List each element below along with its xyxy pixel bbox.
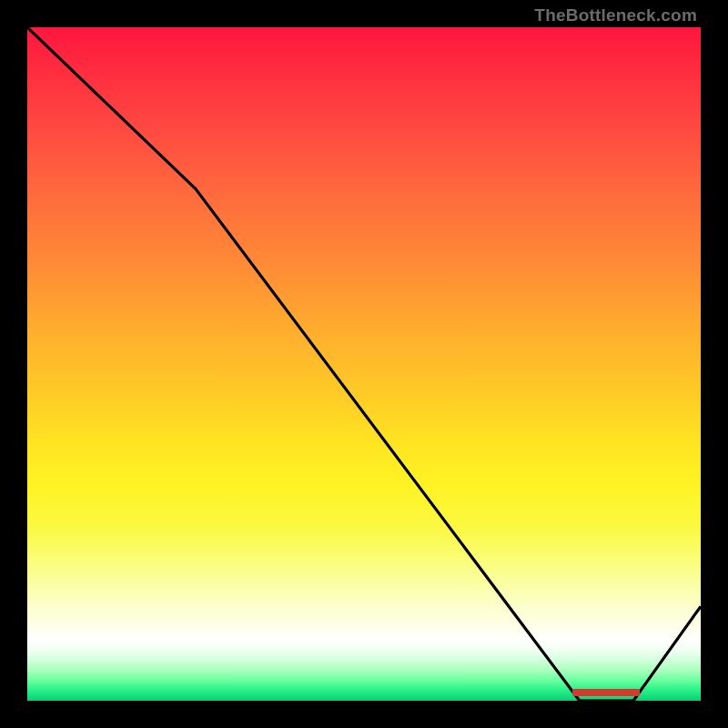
heatmap-background bbox=[27, 27, 701, 701]
attribution-label: TheBottleneck.com bbox=[534, 5, 697, 25]
plot-area bbox=[27, 27, 701, 701]
chart-frame: TheBottleneck.com bbox=[0, 0, 728, 728]
